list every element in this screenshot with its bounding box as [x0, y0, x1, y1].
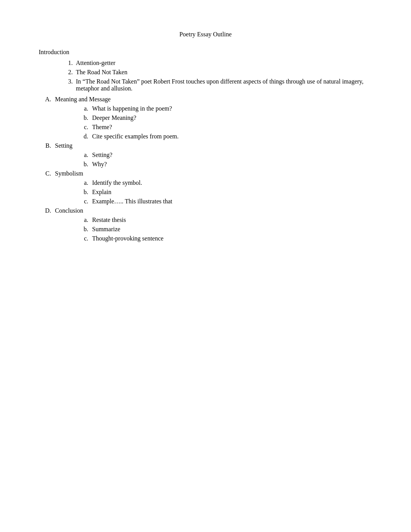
section-c-letter: C.	[39, 170, 51, 177]
section-c-list: a. Identify the symbol. b. Explain c. Ex…	[77, 179, 372, 205]
section-c-label: Symbolism	[55, 170, 83, 177]
list-item: b. Why?	[77, 161, 372, 168]
list-text: Cite specific examples from poem.	[92, 133, 178, 140]
list-item: 1. Attention-getter	[62, 60, 372, 66]
list-item: b. Deeper Meaning?	[77, 114, 372, 121]
list-text: Identify the symbol.	[92, 179, 142, 186]
list-item: c. Example….. This illustrates that	[77, 198, 372, 205]
list-item: b. Summarize	[77, 226, 372, 233]
alpha-label: b.	[77, 189, 88, 196]
list-text: Deeper Meaning?	[92, 114, 136, 121]
numbered-list: 1. Attention-getter 2. The Road Not Take…	[62, 60, 372, 92]
section-b-letter: B.	[39, 142, 51, 149]
list-text: What is happening in the poem?	[92, 105, 172, 112]
list-item: c. Thought-provoking sentence	[77, 235, 372, 242]
list-text: Restate thesis	[92, 217, 126, 223]
list-text: In “The Road Not Taken” poet Robert Fros…	[76, 78, 372, 92]
section-c-header: C. Symbolism	[39, 170, 372, 177]
list-num: 1.	[62, 60, 73, 66]
section-d-list: a. Restate thesis b. Summarize c. Though…	[77, 217, 372, 242]
section-d-letter: D.	[39, 207, 51, 214]
list-num: 2.	[62, 69, 73, 76]
section-b-header: B. Setting	[39, 142, 372, 149]
list-num: 3.	[62, 78, 73, 92]
list-item: b. Explain	[77, 189, 372, 196]
page-title: Poetry Essay Outline	[39, 31, 372, 38]
alpha-label: a.	[77, 217, 88, 223]
alpha-label: b.	[77, 226, 88, 233]
section-c: C. Symbolism a. Identify the symbol. b. …	[39, 170, 372, 205]
list-item: a. What is happening in the poem?	[77, 105, 372, 112]
alpha-label: c.	[77, 198, 88, 205]
section-a-label: Meaning and Message	[55, 96, 111, 103]
list-text: Thought-provoking sentence	[92, 235, 163, 242]
list-item: a. Setting?	[77, 152, 372, 159]
list-text: Why?	[92, 161, 107, 168]
section-d-header: D. Conclusion	[39, 207, 372, 214]
alpha-label: a.	[77, 152, 88, 159]
introduction-label: Introduction	[39, 49, 372, 56]
list-item: 2. The Road Not Taken	[62, 69, 372, 76]
list-item: a. Identify the symbol.	[77, 179, 372, 186]
alpha-label: a.	[77, 179, 88, 186]
alpha-label: b.	[77, 161, 88, 168]
section-b-list: a. Setting? b. Why?	[77, 152, 372, 168]
section-a: A. Meaning and Message a. What is happen…	[39, 96, 372, 140]
list-text: Explain	[92, 189, 111, 196]
section-a-list: a. What is happening in the poem? b. Dee…	[77, 105, 372, 140]
list-text: Example….. This illustrates that	[92, 198, 172, 205]
alpha-label: a.	[77, 105, 88, 112]
list-item: a. Restate thesis	[77, 217, 372, 223]
list-text: The Road Not Taken	[76, 69, 127, 76]
list-item: 3. In “The Road Not Taken” poet Robert F…	[62, 78, 372, 92]
list-text: Theme?	[92, 124, 112, 131]
alpha-label: d.	[77, 133, 88, 140]
alpha-label: c.	[77, 124, 88, 131]
section-b: B. Setting a. Setting? b. Why?	[39, 142, 372, 168]
section-a-letter: A.	[39, 96, 51, 103]
list-item: c. Theme?	[77, 124, 372, 131]
section-d-label: Conclusion	[55, 207, 83, 214]
list-text: Summarize	[92, 226, 120, 233]
list-item: d. Cite specific examples from poem.	[77, 133, 372, 140]
list-text: Setting?	[92, 152, 112, 159]
alpha-label: b.	[77, 114, 88, 121]
alpha-label: c.	[77, 235, 88, 242]
section-a-header: A. Meaning and Message	[39, 96, 372, 103]
list-text: Attention-getter	[76, 60, 115, 66]
section-d: D. Conclusion a. Restate thesis b. Summa…	[39, 207, 372, 242]
section-b-label: Setting	[55, 142, 72, 149]
lettered-sections: A. Meaning and Message a. What is happen…	[39, 96, 372, 242]
